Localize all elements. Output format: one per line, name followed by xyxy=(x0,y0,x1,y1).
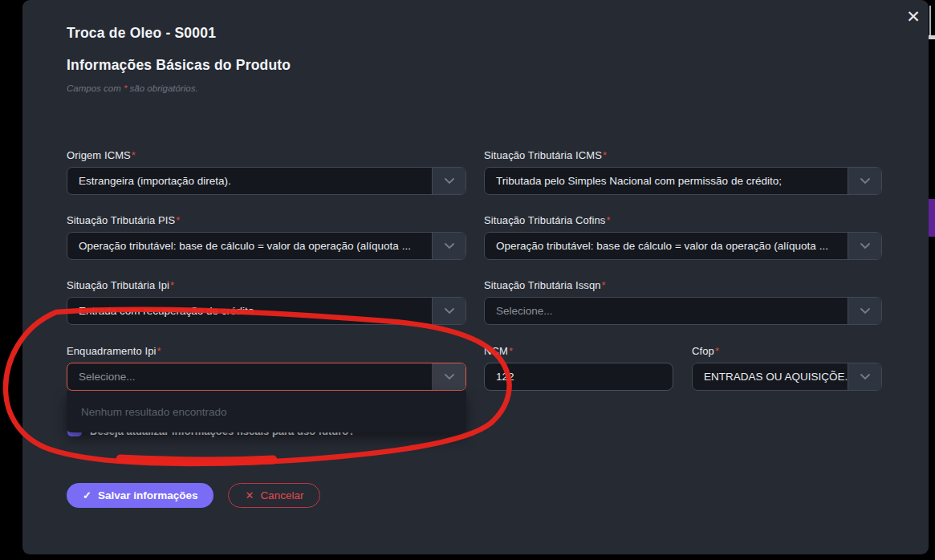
situacao-cofins-label: Situação Tributária Cofins* xyxy=(484,214,882,226)
field-cfop: Cfop* ENTRADAS OU AQUISIÇÕE... xyxy=(692,345,882,391)
chevron-down-icon xyxy=(432,298,465,324)
situacao-issqn-select[interactable]: Selecione... xyxy=(484,297,882,325)
field-situacao-cofins: Situação Tributária Cofins* Operação tri… xyxy=(484,214,882,260)
required-star: * xyxy=(157,345,161,357)
situacao-icms-value: Tributada pelo Simples Nacional com perm… xyxy=(485,175,848,187)
origem-icms-value: Estrangeira (importação direta). xyxy=(67,175,432,187)
save-button[interactable]: ✓ Salvar informações xyxy=(67,483,213,508)
chevron-down-icon xyxy=(848,298,881,324)
enquadramento-ipi-label: Enquadramento Ipi* xyxy=(67,345,466,357)
required-star: * xyxy=(176,214,180,226)
label-text: NCM xyxy=(484,345,508,357)
enquadramento-ipi-placeholder: Selecione... xyxy=(67,371,432,383)
required-star: * xyxy=(509,345,513,357)
x-icon: ✕ xyxy=(245,489,254,501)
ncm-input[interactable] xyxy=(484,363,673,391)
label-text: Situação Tributária Issqn xyxy=(484,279,601,291)
chevron-down-icon xyxy=(432,233,465,259)
chevron-down-icon xyxy=(848,233,881,259)
required-fields-note: Campos com * são obrigatórios. xyxy=(67,83,198,93)
field-enquadramento-ipi: Enquadramento Ipi* Selecione... xyxy=(67,345,466,391)
chevron-down-icon xyxy=(848,168,881,194)
label-text: Situação Tributária PIS xyxy=(67,214,175,226)
screen: { "header": { "title": "Troca de Oleo - … xyxy=(0,0,935,560)
required-star: * xyxy=(603,149,607,161)
page-edge-mark xyxy=(929,35,935,39)
situacao-issqn-label: Situação Tributária Issqn* xyxy=(484,279,882,291)
close-button[interactable]: ✕ xyxy=(900,4,926,30)
cancel-button-label: Cancelar xyxy=(260,489,303,501)
enquadramento-ipi-dropdown-panel: Nenhum resultado encontrado xyxy=(67,391,466,432)
chevron-down-icon xyxy=(432,363,465,390)
situacao-ipi-select[interactable]: Entrada com recuperação de crédito xyxy=(67,297,466,325)
field-ncm: NCM* xyxy=(484,345,673,391)
product-tax-modal: Troca de Oleo - S0001 Informações Básica… xyxy=(22,0,929,554)
chevron-down-icon xyxy=(848,363,881,390)
chevron-down-icon xyxy=(432,168,465,194)
required-star: * xyxy=(132,149,136,161)
save-button-label: Salvar informações xyxy=(98,489,198,501)
field-situacao-icms: Situação Tributária ICMS* Tributada pelo… xyxy=(484,149,882,195)
cancel-button[interactable]: ✕ Cancelar xyxy=(228,483,320,508)
origem-icms-select[interactable]: Estrangeira (importação direta). xyxy=(67,167,466,195)
field-situacao-pis: Situação Tributária PIS* Operação tribut… xyxy=(67,214,466,260)
situacao-icms-select[interactable]: Tributada pelo Simples Nacional com perm… xyxy=(484,167,882,195)
note-suffix: são obrigatórios. xyxy=(127,83,197,93)
origem-icms-label: Origem ICMS* xyxy=(67,149,466,161)
ncm-label: NCM* xyxy=(484,345,673,357)
label-text: Enquadramento Ipi xyxy=(67,345,157,357)
enquadramento-ipi-select[interactable]: Selecione... xyxy=(67,363,466,391)
scrollbar-thumb[interactable] xyxy=(929,199,935,237)
situacao-pis-value: Operação tributável: base de cálculo = v… xyxy=(67,240,432,252)
required-star: * xyxy=(715,345,719,357)
note-prefix: Campos com xyxy=(67,83,124,93)
situacao-ipi-label: Situação Tributária Ipi* xyxy=(67,279,466,291)
label-text: Situação Tributária Cofins xyxy=(484,214,605,226)
situacao-issqn-placeholder: Selecione... xyxy=(485,305,848,317)
field-situacao-ipi: Situação Tributária Ipi* Entrada com rec… xyxy=(67,279,466,325)
modal-subtitle: Informações Básicas do Produto xyxy=(67,57,291,74)
label-text: Situação Tributária ICMS xyxy=(484,149,602,161)
label-text: Situação Tributária Ipi xyxy=(67,279,169,291)
page-edge-mark xyxy=(929,6,931,36)
situacao-icms-label: Situação Tributária ICMS* xyxy=(484,149,882,161)
check-icon: ✓ xyxy=(83,489,91,501)
required-star: * xyxy=(170,279,174,291)
modal-actions: ✓ Salvar informações ✕ Cancelar xyxy=(67,483,320,508)
field-situacao-issqn: Situação Tributária Issqn* Selecione... xyxy=(484,279,882,325)
modal-title: Troca de Oleo - S0001 xyxy=(67,25,216,42)
field-origem-icms: Origem ICMS* Estrangeira (importação dir… xyxy=(67,149,466,195)
situacao-cofins-value: Operação tributável: base de cálculo = v… xyxy=(485,240,848,252)
situacao-pis-label: Situação Tributária PIS* xyxy=(67,214,466,226)
required-star: * xyxy=(602,279,606,291)
cfop-value: ENTRADAS OU AQUISIÇÕE... xyxy=(693,371,848,383)
cfop-label: Cfop* xyxy=(692,345,882,357)
label-text: Cfop xyxy=(692,345,714,357)
cfop-select[interactable]: ENTRADAS OU AQUISIÇÕE... xyxy=(692,363,882,391)
situacao-cofins-select[interactable]: Operação tributável: base de cálculo = v… xyxy=(484,232,882,260)
required-star: * xyxy=(606,214,610,226)
label-text: Origem ICMS xyxy=(67,149,131,161)
situacao-ipi-value: Entrada com recuperação de crédito xyxy=(67,305,432,317)
dropdown-empty-message: Nenhum resultado encontrado xyxy=(67,391,466,418)
situacao-pis-select[interactable]: Operação tributável: base de cálculo = v… xyxy=(67,232,466,260)
